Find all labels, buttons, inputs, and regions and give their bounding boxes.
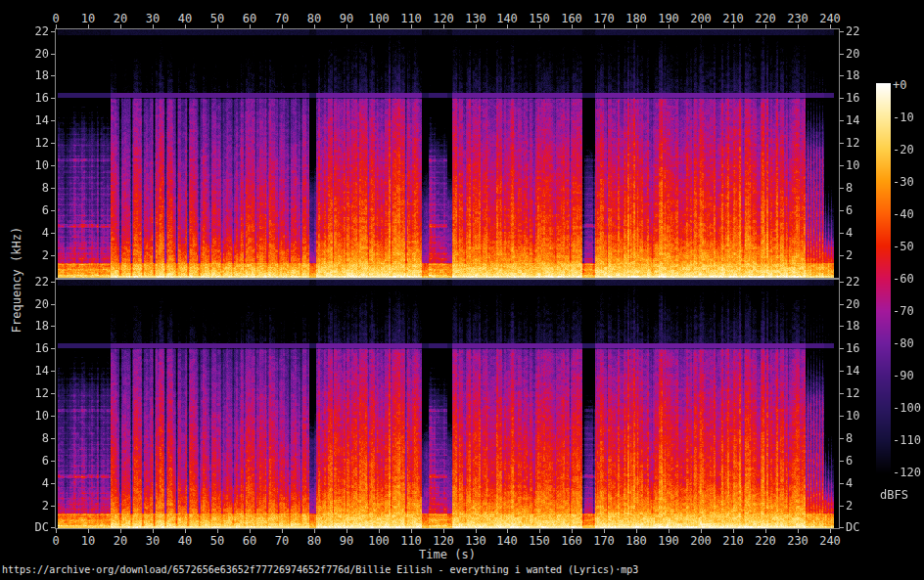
freq-tick-label: 22 <box>846 25 859 37</box>
time-tick-label: 50 <box>210 535 224 547</box>
freq-tick-label: 20 <box>846 298 859 310</box>
freq-tick-label: 16 <box>14 92 49 104</box>
colorbar-tick-label: -60 <box>893 273 914 285</box>
freq-tick-label: 18 <box>846 320 859 332</box>
time-tick-mark <box>765 529 766 533</box>
time-tick-mark <box>411 529 412 533</box>
time-tick-label: 20 <box>114 13 127 24</box>
freq-tick-label: 22 <box>14 25 49 37</box>
time-tick-mark <box>120 529 121 533</box>
freq-tick-mark <box>840 165 844 166</box>
time-tick-label: 70 <box>275 13 289 24</box>
freq-tick-mark <box>51 326 55 327</box>
colorbar-tick-label: -120 <box>893 467 921 478</box>
time-tick-mark <box>701 529 702 533</box>
time-tick-mark <box>282 529 283 533</box>
freq-tick-label: 12 <box>846 137 859 149</box>
time-tick-mark <box>185 529 186 533</box>
time-tick-label: 30 <box>146 13 160 24</box>
time-tick-label: 190 <box>658 535 679 547</box>
freq-tick-label: 22 <box>14 276 49 288</box>
freq-tick-mark <box>840 54 844 55</box>
colorbar-tick-label: -100 <box>893 402 921 414</box>
freq-tick-label: 6 <box>14 204 49 216</box>
freq-tick-label: 16 <box>846 342 859 354</box>
plot-border-right <box>839 28 840 529</box>
colorbar-tick-label: -30 <box>893 176 914 188</box>
plot-border-bottom <box>55 528 840 529</box>
freq-tick-label: 16 <box>846 92 859 104</box>
freq-tick-mark <box>51 165 55 166</box>
colorbar-tick-label: -40 <box>893 208 914 220</box>
freq-tick-label: 12 <box>846 387 859 399</box>
time-tick-label: 200 <box>690 535 712 547</box>
time-tick-mark <box>507 529 508 533</box>
time-tick-mark <box>476 529 477 533</box>
time-tick-label: 130 <box>465 13 486 24</box>
freq-tick-mark <box>840 527 844 528</box>
time-tick-label: 120 <box>433 535 454 547</box>
freq-tick-mark <box>840 98 844 99</box>
time-tick-mark <box>733 529 734 533</box>
colorbar <box>876 83 891 474</box>
spectrogram-channel-1 <box>56 29 839 278</box>
freq-tick-mark <box>840 438 844 439</box>
freq-tick-mark <box>51 54 55 55</box>
freq-tick-label: 18 <box>14 69 49 81</box>
time-tick-mark <box>539 529 540 533</box>
freq-tick-mark <box>51 348 55 349</box>
panel-separator <box>56 278 839 280</box>
time-tick-label: 140 <box>496 535 518 547</box>
freq-tick-label: 14 <box>846 365 859 377</box>
time-tick-label: 40 <box>178 535 192 547</box>
freq-tick-label: 8 <box>14 432 49 444</box>
freq-tick-mark <box>51 255 55 256</box>
freq-tick-mark <box>51 461 55 462</box>
time-tick-label: 60 <box>243 13 256 24</box>
time-tick-mark <box>379 529 380 533</box>
freq-tick-label: 2 <box>846 249 853 261</box>
freq-tick-mark <box>840 255 844 256</box>
freq-tick-mark <box>840 75 844 76</box>
freq-tick-label: 2 <box>14 249 49 261</box>
dc-tick-label: DC <box>14 521 49 533</box>
freq-tick-mark <box>51 120 55 121</box>
colorbar-tick-label: +0 <box>893 79 906 91</box>
freq-tick-mark <box>51 527 55 528</box>
plot-border-top <box>55 28 840 29</box>
freq-tick-mark <box>51 506 55 507</box>
freq-tick-mark <box>840 393 844 394</box>
freq-tick-mark <box>840 326 844 327</box>
time-tick-mark <box>443 529 444 533</box>
freq-tick-label: 12 <box>14 137 49 149</box>
freq-tick-label: 20 <box>846 48 859 60</box>
time-tick-mark <box>88 529 89 533</box>
time-tick-label: 100 <box>368 535 390 547</box>
freq-tick-mark <box>840 120 844 121</box>
colorbar-tick-label: -20 <box>893 144 914 156</box>
freq-tick-mark <box>51 304 55 305</box>
freq-tick-label: 6 <box>14 455 49 467</box>
time-tick-mark <box>346 529 347 533</box>
freq-tick-label: 2 <box>846 500 853 512</box>
time-tick-label: 60 <box>243 535 256 547</box>
time-tick-label: 180 <box>625 13 647 24</box>
time-tick-mark <box>153 529 154 533</box>
freq-tick-label: 4 <box>846 227 853 239</box>
colorbar-tick-label: -110 <box>893 434 921 446</box>
freq-tick-mark <box>840 143 844 144</box>
time-tick-label: 70 <box>275 535 289 547</box>
freq-tick-mark <box>51 282 55 283</box>
freq-tick-mark <box>840 210 844 211</box>
colorbar-tick-label: -70 <box>893 305 914 317</box>
freq-tick-label: 8 <box>846 432 853 444</box>
freq-tick-label: 14 <box>14 365 49 377</box>
time-tick-label: 0 <box>52 13 59 24</box>
time-tick-label: 110 <box>400 13 422 24</box>
freq-tick-mark <box>840 233 844 234</box>
freq-tick-label: 14 <box>846 114 859 126</box>
freq-tick-label: 8 <box>14 182 49 194</box>
time-tick-label: 110 <box>400 535 422 547</box>
freq-tick-label: 10 <box>846 159 859 171</box>
freq-tick-label: 18 <box>846 69 859 81</box>
